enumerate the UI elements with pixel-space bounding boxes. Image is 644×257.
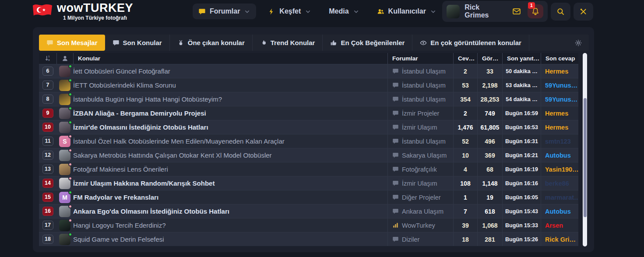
table-header-row: 19 Konular Forumlar Cev… Gör… Son yanıt…… xyxy=(39,53,578,64)
table-row[interactable]: 18Squid Game ve Derin FelsefesiDiziler18… xyxy=(39,232,578,246)
last-reply-user[interactable]: marmarat… xyxy=(541,190,578,204)
nav-item-kullanıcılar[interactable]: Kullanıcılar xyxy=(371,4,442,19)
person-icon xyxy=(61,55,69,62)
row-number[interactable]: 9 xyxy=(42,109,53,118)
topic-title[interactable]: Hangi Logoyu Tercih Ederdiniz? xyxy=(73,218,387,232)
tab-en-çok-beğenilenler[interactable]: En Çok Beğenilenler xyxy=(323,35,412,51)
topic-title[interactable]: Sakarya Metrobüs Hattında Çalışan Otokar… xyxy=(73,148,387,162)
topic-title[interactable]: İzmir'de Olmasını İstediğiniz Otobüs Hat… xyxy=(73,120,387,134)
last-reply-user[interactable]: Hermes xyxy=(541,64,578,78)
last-reply-user[interactable]: Hermes xyxy=(541,106,578,120)
tab-en-çok-görüntülenen-konular[interactable]: En çok görüntülenen konular xyxy=(412,35,529,51)
row-number[interactable]: 15 xyxy=(42,193,53,202)
sort-header[interactable]: 19 xyxy=(39,53,56,64)
status-dot-green xyxy=(68,64,72,68)
forum-cell[interactable]: İstanbul Ulaşım xyxy=(387,78,453,92)
topic-title[interactable]: Fotoğraf Makinesi Lens Önerileri xyxy=(73,162,387,176)
messages-icon[interactable] xyxy=(512,7,521,16)
forum-name: İstanbul Ulaşım xyxy=(402,68,446,75)
nav-item-forumlar[interactable]: Forumlar xyxy=(193,4,256,19)
topic-title[interactable]: İZBAN Aliağa - Bergama Demiryolu Projesi xyxy=(73,106,387,120)
last-reply-user[interactable]: berke86 xyxy=(541,176,578,190)
table-row[interactable]: 6İett Otobüsleri Güncel Fotoğraflarİstan… xyxy=(39,64,578,78)
tools-button[interactable] xyxy=(574,3,593,21)
last-reply-user[interactable]: Hermes xyxy=(541,120,578,134)
forum-cell[interactable]: İzmir Ulaşım xyxy=(387,120,453,134)
site-logo[interactable]: wowTURKEY 1 Milyon Türkiye fotoğrafı xyxy=(32,2,133,21)
last-reply-time: Bugün 16:21 xyxy=(502,148,541,162)
last-reply-user[interactable]: Yasin190… xyxy=(541,162,578,176)
table-row[interactable]: 9İZBAN Aliağa - Bergama Demiryolu Projes… xyxy=(39,106,578,120)
chevron-down-icon xyxy=(244,8,250,15)
row-number[interactable]: 10 xyxy=(42,123,53,132)
table-row[interactable]: 13Fotoğraf Makinesi Lens ÖnerileriFotoğr… xyxy=(39,162,578,176)
last-reply-user[interactable]: 59Yunus… xyxy=(541,78,578,92)
user-avatar[interactable] xyxy=(447,5,460,18)
topic-title[interactable]: İETT Otobüslerindeki Klima Sorunu xyxy=(73,78,387,92)
last-reply-user[interactable]: Autobus xyxy=(541,204,578,218)
tab-son-mesajlar[interactable]: Son Mesajlar xyxy=(39,35,105,51)
table-row[interactable]: 14İzmir Ulaşım Hakkına Random/Karışık So… xyxy=(39,176,578,190)
user-menu[interactable]: Rick Grimes 1 xyxy=(442,1,548,22)
row-number[interactable]: 8 xyxy=(42,95,53,104)
last-reply-time: Bugün 15:33 xyxy=(502,218,541,232)
forum-cell[interactable]: Sakarya Ulaşım xyxy=(387,148,453,162)
table-row[interactable]: 8İstanbulda Bugün Hangi Hatta Hangi Otob… xyxy=(39,92,578,106)
tab-settings-button[interactable] xyxy=(574,39,589,47)
forum-cell[interactable]: WowTurkey xyxy=(387,218,453,232)
forum-name: Ankara Ulaşım xyxy=(402,208,443,215)
notifications-button[interactable]: 1 xyxy=(528,4,543,18)
topic-title[interactable]: İstanbul Özel Halk Otobüslerinde Men Edi… xyxy=(73,134,387,148)
scrollbar-track[interactable] xyxy=(583,53,587,246)
last-reply-user[interactable]: Autobus xyxy=(541,148,578,162)
last-reply-user[interactable]: 59Yunus… xyxy=(541,92,578,106)
row-number[interactable]: 18 xyxy=(42,235,53,244)
table-row[interactable]: 7İETT Otobüslerindeki Klima Sorunuİstanb… xyxy=(39,78,578,92)
forum-cell[interactable]: Diğer Projeler xyxy=(387,190,453,204)
topic-title[interactable]: Squid Game ve Derin Felsefesi xyxy=(73,232,387,246)
last-reply-user[interactable]: Arsen xyxy=(541,218,578,232)
chat-bubble-icon xyxy=(392,96,399,102)
forum-cell[interactable]: İzmir Ulaşım xyxy=(387,176,453,190)
topic-title[interactable]: FM Radyolar ve Frekansları xyxy=(73,190,387,204)
row-number[interactable]: 11 xyxy=(42,137,53,146)
last-reply-user[interactable]: smtn123 xyxy=(541,134,578,148)
forum-cell[interactable]: Fotoğrafçılık xyxy=(387,162,453,176)
status-dot-pink xyxy=(68,162,72,166)
row-number-cell: 8 xyxy=(39,92,56,106)
nav-item-keşfet[interactable]: Keşfet xyxy=(262,4,317,19)
table-row[interactable]: 12Sakarya Metrobüs Hattında Çalışan Otok… xyxy=(39,148,578,162)
row-number[interactable]: 14 xyxy=(42,179,53,188)
table-row[interactable]: 15MFM Radyolar ve FrekanslarıDiğer Proje… xyxy=(39,190,578,204)
scrollbar-thumb[interactable] xyxy=(584,98,587,217)
last-reply-user[interactable]: Rick Gri… xyxy=(541,232,578,246)
tab-öne-çıkan-konular[interactable]: Öne çıkan konular xyxy=(170,35,253,51)
flame-icon xyxy=(260,39,267,46)
row-number[interactable]: 13 xyxy=(42,165,53,174)
forum-cell[interactable]: İstanbul Ulaşım xyxy=(387,92,453,106)
forum-cell[interactable]: İstanbul Ulaşım xyxy=(387,64,453,78)
nav-item-media[interactable]: Media xyxy=(323,4,365,19)
table-row[interactable]: 11Sİstanbul Özel Halk Otobüslerinde Men … xyxy=(39,134,578,148)
search-button[interactable] xyxy=(551,3,570,21)
row-number[interactable]: 16 xyxy=(42,207,53,216)
forum-cell[interactable]: İzmir Projeler xyxy=(387,106,453,120)
topic-title[interactable]: İett Otobüsleri Güncel Fotoğraflar xyxy=(73,64,387,78)
table-row[interactable]: 10İzmir'de Olmasını İstediğiniz Otobüs H… xyxy=(39,120,578,134)
forum-cell[interactable]: Diziler xyxy=(387,232,453,246)
forum-cell[interactable]: Ankara Ulaşım xyxy=(387,204,453,218)
header-son-cevap: Son cevap xyxy=(541,53,578,64)
row-number[interactable]: 7 xyxy=(42,81,53,90)
table-row[interactable]: 17Hangi Logoyu Tercih Ederdiniz?WowTurke… xyxy=(39,218,578,232)
tab-son-konular[interactable]: Son Konular xyxy=(105,35,170,51)
row-number[interactable]: 6 xyxy=(42,67,53,76)
row-number[interactable]: 17 xyxy=(42,221,53,230)
row-number[interactable]: 12 xyxy=(42,151,53,160)
topic-title[interactable]: Ankara Ego'da Olmasını İstediğiniz Otobü… xyxy=(73,204,387,218)
forum-cell[interactable]: İstanbul Ulaşım xyxy=(387,134,453,148)
table-row[interactable]: 16Ankara Ego'da Olmasını İstediğiniz Oto… xyxy=(39,204,578,218)
topic-title[interactable]: İstanbulda Bugün Hangi Hatta Hangi Otobü… xyxy=(73,92,387,106)
topic-title[interactable]: İzmir Ulaşım Hakkına Random/Karışık Sohb… xyxy=(73,176,387,190)
tab-trend-konular[interactable]: Trend Konular xyxy=(253,35,323,51)
last-reply-time: Bugün 16:19 xyxy=(502,162,541,176)
